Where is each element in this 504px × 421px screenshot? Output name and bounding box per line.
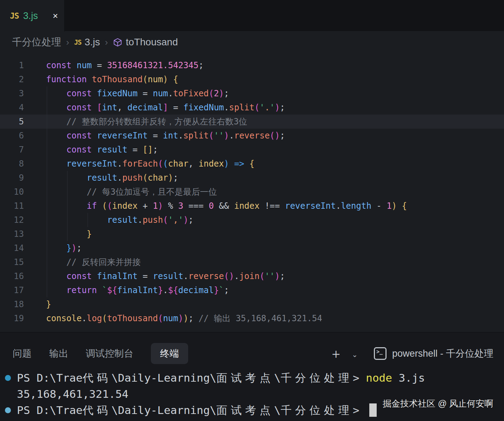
line-number[interactable]: 13 — [0, 227, 24, 241]
line-number[interactable]: 16 — [0, 269, 24, 283]
code-text: result.push(','); — [24, 213, 193, 227]
line-number[interactable]: 7 — [0, 143, 24, 157]
code-line[interactable]: 19console.log(toThousand(num)); // 输出 35… — [0, 311, 504, 325]
breadcrumb-symbol[interactable]: toThousand — [126, 37, 178, 48]
code-line[interactable]: 18} — [0, 297, 504, 311]
terminal-line: PS D:\Trae代码\Daily-Learning\面试考点\千分位处理> … — [5, 370, 504, 386]
line-number[interactable]: 18 — [0, 297, 24, 311]
code-line[interactable]: 14 }); — [0, 241, 504, 255]
terminal-instance-label[interactable]: powershell - 千分位处理 — [392, 347, 493, 360]
code-line[interactable]: 5 // 整数部分转数组并反转，方便从左往右数3位 — [0, 115, 504, 129]
chevron-down-icon[interactable]: ⌄ — [352, 350, 358, 359]
code-text: const fixedNum = num.toFixed(2); — [24, 86, 229, 101]
breadcrumb: 千分位处理 › JS 3.js › toThousand — [0, 32, 504, 53]
line-number[interactable]: 4 — [0, 101, 24, 115]
code-text: // 整数部分转数组并反转，方便从左往右数3位 — [24, 115, 247, 129]
code-text: }); — [24, 241, 82, 255]
code-text: } — [24, 297, 51, 311]
line-number[interactable]: 1 — [0, 58, 24, 72]
line-number[interactable]: 9 — [0, 171, 24, 185]
code-text: const [int, decimal] = fixedNum.split('.… — [24, 101, 285, 115]
indent-guide — [67, 171, 68, 241]
line-number[interactable]: 11 — [0, 199, 24, 213]
tab-output[interactable]: 输出 — [49, 343, 68, 364]
new-terminal-icon[interactable]: ＋ — [329, 347, 343, 360]
code-line[interactable]: 15 // 反转回来并拼接 — [0, 255, 504, 269]
code-line[interactable]: 12 result.push(','); — [0, 213, 504, 227]
panel-header: 问题 输出 调试控制台 终端 ＋ ⌄ >_ powershell - 千分位处理 — [0, 332, 504, 365]
code-text: const reverseInt = int.split('').reverse… — [24, 129, 285, 143]
line-number[interactable]: 15 — [0, 255, 24, 269]
code-line[interactable]: 9 result.push(char); — [0, 171, 504, 185]
code-line[interactable]: 17 return `${finalInt}.${decimal}`; — [0, 283, 504, 297]
code-text: const num = 35168461321.542345; — [24, 58, 204, 72]
powershell-terminal-icon[interactable]: >_ — [374, 347, 387, 360]
code-text: const result = []; — [24, 143, 158, 157]
breadcrumb-file[interactable]: 3.js — [85, 37, 100, 48]
code-text: const finalInt = result.reverse().join('… — [24, 269, 285, 283]
code-line[interactable]: 16 const finalInt = result.reverse().joi… — [0, 269, 504, 283]
tab-problems[interactable]: 问题 — [13, 343, 32, 364]
indent-guide — [47, 86, 47, 297]
terminal-cursor — [369, 403, 377, 417]
line-number[interactable]: 19 — [0, 311, 24, 325]
code-text: console.log(toThousand(num)); // 输出 35,1… — [24, 311, 322, 325]
code-line[interactable]: 3 const fixedNum = num.toFixed(2); — [0, 86, 504, 101]
symbol-cube-icon — [113, 38, 122, 47]
code-line[interactable]: 4 const [int, decimal] = fixedNum.split(… — [0, 101, 504, 115]
code-text: // 每3位加逗号，且不是最后一位 — [24, 185, 217, 199]
code-text: function toThousand(num) { — [24, 72, 178, 86]
line-number[interactable]: 14 — [0, 241, 24, 255]
code-line[interactable]: 8 reverseInt.forEach((char, index) => { — [0, 157, 504, 171]
line-number[interactable]: 17 — [0, 283, 24, 297]
tab-terminal[interactable]: 终端 — [151, 343, 188, 364]
code-line[interactable]: 2function toThousand(num) { — [0, 72, 504, 86]
indent-guide — [88, 213, 88, 227]
line-number[interactable]: 10 — [0, 185, 24, 199]
code-line[interactable]: 1const num = 35168461321.542345; — [0, 58, 504, 72]
code-line[interactable]: 7 const result = []; — [0, 143, 504, 157]
tab-file-name: 3.js — [23, 11, 38, 21]
line-number[interactable]: 5 — [0, 115, 24, 129]
panel-tabs: 问题 输出 调试控制台 终端 — [13, 343, 188, 364]
close-icon[interactable]: × — [53, 11, 58, 20]
tab-debug-console[interactable]: 调试控制台 — [86, 343, 133, 364]
watermark-text: 掘金技术社区 @ 风止何安啊 — [383, 398, 493, 409]
code-text: if ((index + 1) % 3 === 0 && index !== r… — [24, 199, 407, 213]
code-line[interactable]: 10 // 每3位加逗号，且不是最后一位 — [0, 185, 504, 199]
chevron-right-icon: › — [66, 37, 69, 48]
code-line[interactable]: 6 const reverseInt = int.split('').rever… — [0, 129, 504, 143]
editor-tab-bar: JS 3.js × — [0, 0, 504, 32]
terminal-actions: ＋ ⌄ >_ powershell - 千分位处理 — [329, 347, 493, 360]
line-number[interactable]: 6 — [0, 129, 24, 143]
line-number[interactable]: 8 — [0, 157, 24, 171]
line-number[interactable]: 3 — [0, 86, 24, 101]
code-text: return `${finalInt}.${decimal}`; — [24, 283, 229, 297]
code-line[interactable]: 11 if ((index + 1) % 3 === 0 && index !=… — [0, 199, 504, 213]
code-text: } — [24, 227, 92, 241]
code-text: // 反转回来并拼接 — [24, 255, 141, 269]
code-editor[interactable]: 1const num = 35168461321.542345;2functio… — [0, 53, 504, 332]
code-text: reverseInt.forEach((char, index) => { — [24, 157, 254, 171]
prompt-indicator-dot — [5, 375, 11, 381]
chevron-right-icon: › — [105, 37, 108, 48]
javascript-file-icon: JS — [10, 11, 19, 20]
javascript-file-icon: JS — [74, 38, 82, 46]
prompt-indicator-dot — [5, 407, 11, 413]
terminal-indent — [5, 391, 11, 397]
line-number[interactable]: 12 — [0, 213, 24, 227]
breadcrumb-folder[interactable]: 千分位处理 — [12, 35, 61, 49]
line-number[interactable]: 2 — [0, 72, 24, 86]
code-line[interactable]: 13 } — [0, 227, 504, 241]
tab-3js[interactable]: JS 3.js × — [0, 0, 65, 32]
terminal-output[interactable]: PS D:\Trae代码\Daily-Learning\面试考点\千分位处理> … — [0, 365, 504, 418]
